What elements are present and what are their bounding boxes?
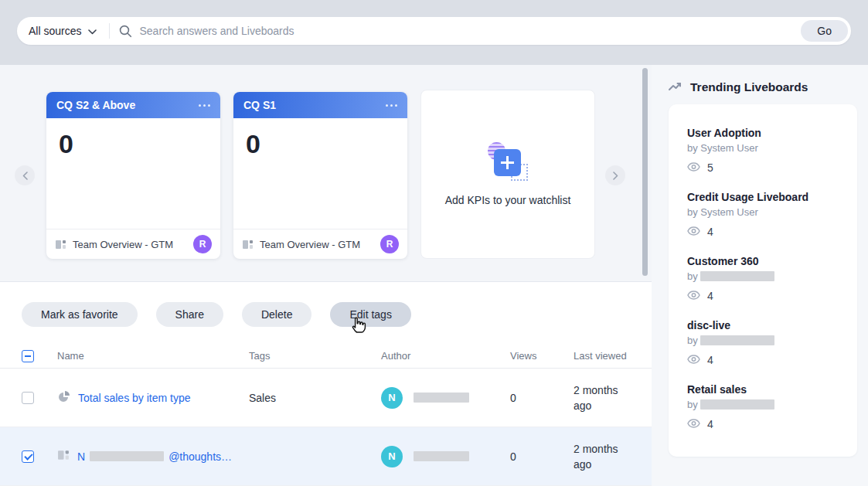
kpi-card[interactable]: CQ S1 0 Team Overview - GTM R bbox=[233, 92, 407, 259]
column-header-name[interactable]: Name bbox=[57, 350, 249, 362]
liveboard-title[interactable]: User Adoption bbox=[687, 127, 839, 139]
liveboard-author: by System User bbox=[687, 206, 839, 218]
kpi-card-footer: Team Overview - GTM R bbox=[46, 229, 220, 259]
divider bbox=[109, 23, 110, 39]
trending-liveboard-item[interactable]: Customer 360 by 4 bbox=[687, 255, 839, 303]
edit-tags-button[interactable]: Edit tags bbox=[330, 302, 410, 327]
eye-icon bbox=[687, 161, 700, 175]
trending-liveboard-item[interactable]: Retail sales by 4 bbox=[687, 383, 839, 431]
source-selector-label: All sources bbox=[29, 25, 81, 37]
card-menu-icon[interactable] bbox=[199, 104, 210, 107]
liveboard-author: by bbox=[687, 399, 839, 410]
trending-liveboards-card: User Adoption by System User 5 Credit Us… bbox=[669, 104, 857, 457]
liveboard-icon bbox=[55, 239, 66, 250]
chevron-down-icon bbox=[88, 25, 97, 37]
kpi-value: 0 bbox=[246, 129, 407, 159]
top-bar: All sources Go bbox=[0, 0, 868, 65]
liveboard-title[interactable]: Credit Usage Liveboard bbox=[687, 191, 839, 203]
kpi-card-header: CQ S1 bbox=[233, 92, 407, 118]
trending-liveboard-item[interactable]: User Adoption by System User 5 bbox=[687, 127, 839, 175]
row-checkbox[interactable] bbox=[22, 450, 34, 463]
avatar: R bbox=[193, 235, 212, 253]
mark-as-favorite-button[interactable]: Mark as favorite bbox=[22, 302, 138, 327]
kpi-card-title: CQ S1 bbox=[243, 99, 276, 111]
liveboard-author: by bbox=[687, 335, 839, 346]
carousel-right-button[interactable] bbox=[605, 165, 625, 185]
delete-button[interactable]: Delete bbox=[242, 302, 311, 327]
column-header-author[interactable]: Author bbox=[381, 350, 510, 362]
kpi-cards-row: CQ S2 & Above 0 Team Overview - GTM R bbox=[46, 92, 595, 259]
source-selector-dropdown[interactable]: All sources bbox=[17, 17, 109, 45]
eye-icon bbox=[687, 289, 700, 303]
carousel-left-button[interactable] bbox=[15, 165, 35, 185]
author-avatar: N bbox=[381, 387, 403, 409]
redacted-author-name bbox=[700, 335, 774, 345]
kpi-source-liveboard[interactable]: Team Overview - GTM bbox=[260, 239, 360, 250]
share-button[interactable]: Share bbox=[156, 302, 223, 327]
trending-sidebar: Trending Liveboards User Adoption by Sys… bbox=[652, 65, 868, 486]
trending-liveboard-item[interactable]: Credit Usage Liveboard by System User 4 bbox=[687, 191, 839, 239]
chevron-left-icon bbox=[22, 172, 28, 180]
kpi-watchlist-panel: CQ S2 & Above 0 Team Overview - GTM R bbox=[0, 65, 652, 282]
view-count: 4 bbox=[707, 418, 713, 430]
add-kpi-icon bbox=[486, 142, 529, 182]
views-count: 0 bbox=[510, 392, 574, 404]
go-button[interactable]: Go bbox=[801, 20, 848, 42]
liveboard-title[interactable]: disc-live bbox=[687, 319, 839, 331]
search-icon bbox=[119, 25, 132, 38]
content-area: CQ S2 & Above 0 Team Overview - GTM R bbox=[0, 65, 868, 486]
trending-up-icon bbox=[669, 80, 682, 94]
card-menu-icon[interactable] bbox=[386, 104, 397, 107]
liveboard-title[interactable]: Customer 360 bbox=[687, 255, 839, 267]
search-bar: All sources Go bbox=[17, 17, 851, 45]
select-all-checkbox[interactable] bbox=[22, 350, 34, 362]
answer-link[interactable]: N @thoughts… bbox=[77, 450, 232, 463]
kpi-card[interactable]: CQ S2 & Above 0 Team Overview - GTM R bbox=[46, 92, 220, 259]
redacted-author-name bbox=[414, 393, 469, 403]
redacted-name bbox=[90, 451, 164, 461]
table-row[interactable]: Total sales by item type Sales N 0 2 mon… bbox=[0, 369, 652, 427]
eye-icon bbox=[687, 353, 700, 367]
redacted-author-name bbox=[700, 399, 774, 410]
liveboard-author: by bbox=[687, 270, 839, 282]
last-viewed: 2 months ago bbox=[574, 441, 631, 472]
liveboard-author: by System User bbox=[687, 142, 839, 154]
kpi-card-header: CQ S2 & Above bbox=[46, 92, 220, 118]
table-row[interactable]: N @thoughts… N 0 2 months ago bbox=[0, 427, 652, 486]
search-input[interactable] bbox=[139, 25, 801, 37]
tag-label: Sales bbox=[249, 392, 381, 404]
bulk-actions-bar: Mark as favorite Share Delete Edit tags bbox=[0, 282, 652, 327]
kpi-card-footer: Team Overview - GTM R bbox=[233, 229, 407, 259]
scrollbar-track[interactable] bbox=[642, 65, 648, 486]
redacted-author-name bbox=[700, 271, 774, 281]
liveboard-title[interactable]: Retail sales bbox=[687, 383, 839, 396]
kpi-source-liveboard[interactable]: Team Overview - GTM bbox=[73, 239, 173, 250]
trending-liveboard-item[interactable]: disc-live by 4 bbox=[687, 319, 839, 367]
redacted-author-name bbox=[414, 451, 469, 461]
chevron-right-icon bbox=[613, 172, 618, 180]
eye-icon bbox=[687, 417, 700, 431]
author-avatar: N bbox=[381, 446, 403, 467]
view-count: 5 bbox=[707, 161, 713, 174]
kpi-value: 0 bbox=[59, 129, 220, 159]
avatar: R bbox=[380, 235, 399, 253]
pie-chart-icon bbox=[57, 390, 70, 406]
row-checkbox[interactable] bbox=[22, 392, 34, 404]
liveboard-icon bbox=[242, 239, 254, 250]
answer-link[interactable]: Total sales by item type bbox=[78, 392, 191, 404]
view-count: 4 bbox=[707, 354, 713, 366]
view-count: 4 bbox=[707, 290, 713, 302]
add-kpi-card[interactable]: Add KPIs to your watchlist bbox=[420, 90, 595, 259]
add-kpi-label: Add KPIs to your watchlist bbox=[445, 194, 571, 206]
column-header-views[interactable]: Views bbox=[510, 350, 574, 362]
view-count: 4 bbox=[707, 226, 713, 238]
column-header-tags[interactable]: Tags bbox=[249, 350, 381, 362]
column-header-last-viewed[interactable]: Last viewed bbox=[574, 350, 652, 362]
kpi-card-title: CQ S2 & Above bbox=[56, 99, 135, 111]
views-count: 0 bbox=[510, 450, 574, 463]
scrollbar-thumb[interactable] bbox=[642, 68, 648, 276]
eye-icon bbox=[687, 225, 700, 239]
trending-liveboards-heading: Trending Liveboards bbox=[669, 80, 868, 94]
last-viewed: 2 months ago bbox=[574, 382, 631, 413]
table-header-row: Name Tags Author Views Last viewed bbox=[0, 344, 652, 369]
